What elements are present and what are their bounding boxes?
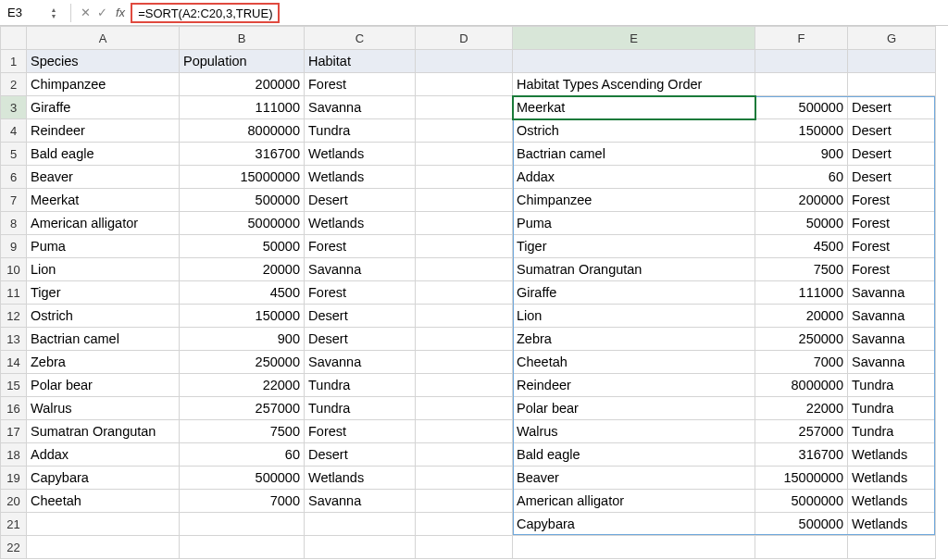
cell-G6[interactable]: Desert (848, 166, 936, 189)
cell-B17[interactable]: 7500 (180, 420, 305, 443)
cell-B10[interactable]: 20000 (180, 258, 305, 281)
cell-A6[interactable]: Beaver (27, 166, 180, 189)
cell-C16[interactable]: Tundra (305, 397, 416, 420)
cell-E21[interactable]: Capybara (513, 513, 755, 536)
cell-F16[interactable]: 22000 (755, 397, 848, 420)
cell-F20[interactable]: 5000000 (755, 490, 848, 513)
cell-B13[interactable]: 900 (180, 328, 305, 351)
row-header-9[interactable]: 9 (1, 235, 27, 258)
cell-F14[interactable]: 7000 (755, 351, 848, 374)
cell-G9[interactable]: Forest (848, 235, 936, 258)
cell-F9[interactable]: 4500 (755, 235, 848, 258)
row-header-7[interactable]: 7 (1, 189, 27, 212)
cell-B15[interactable]: 22000 (180, 374, 305, 397)
cell-F10[interactable]: 7500 (755, 258, 848, 281)
col-header-G[interactable]: G (848, 27, 936, 50)
col-header-A[interactable]: A (27, 27, 180, 50)
cell-G15[interactable]: Tundra (848, 374, 936, 397)
cell-D22[interactable] (416, 536, 513, 559)
cell-A12[interactable]: Ostrich (27, 305, 180, 328)
cell-A20[interactable]: Cheetah (27, 490, 180, 513)
cell-D1[interactable] (416, 50, 513, 73)
cell-E8[interactable]: Puma (513, 212, 755, 235)
cell-B1[interactable]: Population (180, 50, 305, 73)
spreadsheet-grid[interactable]: ABCDEFG 1SpeciesPopulationHabitat2Chimpa… (0, 26, 948, 559)
row-header-17[interactable]: 17 (1, 420, 27, 443)
cell-G21[interactable]: Wetlands (848, 513, 936, 536)
cell-B9[interactable]: 50000 (180, 235, 305, 258)
cell-G16[interactable]: Tundra (848, 397, 936, 420)
cell-B20[interactable]: 7000 (180, 490, 305, 513)
row-header-10[interactable]: 10 (1, 258, 27, 281)
cell-A5[interactable]: Bald eagle (27, 143, 180, 166)
cell-G2[interactable] (848, 73, 936, 96)
cell-E13[interactable]: Zebra (513, 328, 755, 351)
cell-C1[interactable]: Habitat (305, 50, 416, 73)
cell-B21[interactable] (180, 513, 305, 536)
cell-A13[interactable]: Bactrian camel (27, 328, 180, 351)
cell-A9[interactable]: Puma (27, 235, 180, 258)
row-header-5[interactable]: 5 (1, 143, 27, 166)
cell-E2[interactable]: Habitat Types Ascending Order (513, 73, 755, 96)
cell-D10[interactable] (416, 258, 513, 281)
row-header-20[interactable]: 20 (1, 490, 27, 513)
cell-E10[interactable]: Sumatran Orangutan (513, 258, 755, 281)
name-box-stepper[interactable]: ▲ ▼ (48, 3, 59, 23)
cell-B6[interactable]: 15000000 (180, 166, 305, 189)
cell-E15[interactable]: Reindeer (513, 374, 755, 397)
cell-F15[interactable]: 8000000 (755, 374, 848, 397)
cell-D20[interactable] (416, 490, 513, 513)
cell-G3[interactable]: Desert (848, 96, 936, 119)
cell-D8[interactable] (416, 212, 513, 235)
cell-E5[interactable]: Bactrian camel (513, 143, 755, 166)
row-header-8[interactable]: 8 (1, 212, 27, 235)
cell-G10[interactable]: Forest (848, 258, 936, 281)
cell-G17[interactable]: Tundra (848, 420, 936, 443)
cell-G5[interactable]: Desert (848, 143, 936, 166)
row-header-4[interactable]: 4 (1, 119, 27, 143)
cell-F18[interactable]: 316700 (755, 443, 848, 467)
cell-C15[interactable]: Tundra (305, 374, 416, 397)
cell-F8[interactable]: 50000 (755, 212, 848, 235)
cell-G19[interactable]: Wetlands (848, 467, 936, 490)
cell-F5[interactable]: 900 (755, 143, 848, 166)
cell-A15[interactable]: Polar bear (27, 374, 180, 397)
cell-G20[interactable]: Wetlands (848, 490, 936, 513)
cell-F12[interactable]: 20000 (755, 305, 848, 328)
cell-E12[interactable]: Lion (513, 305, 755, 328)
select-all-corner[interactable] (1, 27, 27, 50)
cell-D17[interactable] (416, 420, 513, 443)
cell-C18[interactable]: Desert (305, 443, 416, 467)
cell-A4[interactable]: Reindeer (27, 119, 180, 143)
cell-A17[interactable]: Sumatran Orangutan (27, 420, 180, 443)
cell-E18[interactable]: Bald eagle (513, 443, 755, 467)
cell-A2[interactable]: Chimpanzee (27, 73, 180, 96)
cell-B11[interactable]: 4500 (180, 281, 305, 305)
cell-E22[interactable] (513, 536, 755, 559)
cell-C2[interactable]: Forest (305, 73, 416, 96)
cell-A21[interactable] (27, 513, 180, 536)
cell-C20[interactable]: Savanna (305, 490, 416, 513)
cell-F1[interactable] (755, 50, 848, 73)
cell-E11[interactable]: Giraffe (513, 281, 755, 305)
cell-C6[interactable]: Wetlands (305, 166, 416, 189)
cell-F17[interactable]: 257000 (755, 420, 848, 443)
cell-C5[interactable]: Wetlands (305, 143, 416, 166)
col-header-E[interactable]: E (513, 27, 755, 50)
cell-D4[interactable] (416, 119, 513, 143)
cell-D6[interactable] (416, 166, 513, 189)
cell-C13[interactable]: Desert (305, 328, 416, 351)
cell-G12[interactable]: Savanna (848, 305, 936, 328)
cell-B18[interactable]: 60 (180, 443, 305, 467)
cell-C19[interactable]: Wetlands (305, 467, 416, 490)
cancel-icon[interactable]: ✕ (77, 6, 94, 19)
row-header-22[interactable]: 22 (1, 536, 27, 559)
cell-A16[interactable]: Walrus (27, 397, 180, 420)
cell-F3[interactable]: 500000 (755, 96, 848, 119)
cell-E3[interactable]: Meerkat (513, 96, 755, 119)
cell-E14[interactable]: Cheetah (513, 351, 755, 374)
cell-A8[interactable]: American alligator (27, 212, 180, 235)
cell-B4[interactable]: 8000000 (180, 119, 305, 143)
cell-F13[interactable]: 250000 (755, 328, 848, 351)
row-header-21[interactable]: 21 (1, 513, 27, 536)
